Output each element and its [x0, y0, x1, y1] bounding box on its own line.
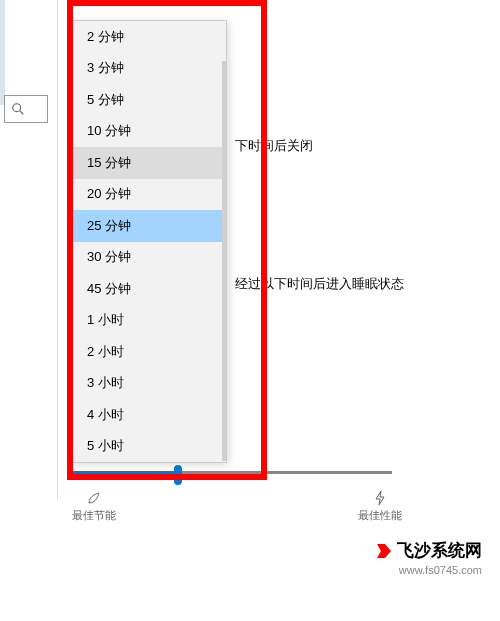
dropdown-item-label: 4 小时	[87, 406, 124, 424]
svg-point-0	[13, 104, 21, 112]
watermark-logo-icon	[375, 542, 393, 560]
dropdown-item-label: 20 分钟	[87, 185, 131, 203]
scrollbar[interactable]	[222, 61, 226, 461]
dropdown-item-label: 30 分钟	[87, 248, 131, 266]
dropdown-item[interactable]: 5 分钟	[73, 84, 226, 116]
dropdown-item-label: 10 分钟	[87, 122, 131, 140]
slider-label-left: 最佳节能	[72, 490, 116, 523]
dropdown-item[interactable]: 5 小时	[73, 431, 226, 463]
slider-left-text: 最佳节能	[72, 508, 116, 523]
dropdown-item-label: 5 小时	[87, 437, 124, 455]
dropdown-item[interactable]: 25 分钟	[73, 210, 226, 242]
dropdown-item-label: 2 小时	[87, 343, 124, 361]
divider	[57, 0, 58, 500]
dropdown-item[interactable]: 2 分钟	[73, 21, 226, 53]
search-icon	[11, 102, 25, 116]
watermark-row: 飞沙系统网	[375, 539, 482, 562]
lightning-icon	[372, 490, 388, 506]
dropdown-item-label: 15 分钟	[87, 154, 131, 172]
sleep-label: 经过以下时间后进入睡眠状态	[235, 275, 404, 293]
dropdown-item[interactable]: 15 分钟	[73, 147, 226, 179]
dropdown-item[interactable]: 10 分钟	[73, 116, 226, 148]
screen-off-label: 下时间后关闭	[235, 137, 313, 155]
slider-labels: 最佳节能 最佳性能	[72, 490, 402, 523]
search-box[interactable]	[4, 95, 48, 123]
dropdown-item[interactable]: 3 小时	[73, 368, 226, 400]
watermark-text: 飞沙系统网	[397, 539, 482, 562]
dropdown-item-label: 1 小时	[87, 311, 124, 329]
dropdown-item-label: 2 分钟	[87, 28, 124, 46]
dropdown-item[interactable]: 30 分钟	[73, 242, 226, 274]
slider-thumb[interactable]	[174, 465, 182, 485]
dropdown-item[interactable]: 4 小时	[73, 399, 226, 431]
dropdown-item-label: 45 分钟	[87, 280, 131, 298]
dropdown-item-label: 5 分钟	[87, 91, 124, 109]
dropdown-item[interactable]: 1 小时	[73, 305, 226, 337]
watermark-url: www.fs0745.com	[399, 564, 482, 576]
power-slider[interactable]	[72, 463, 392, 493]
dropdown-item-label: 3 分钟	[87, 59, 124, 77]
dropdown-item-label: 25 分钟	[87, 217, 131, 235]
leaf-icon	[86, 490, 102, 506]
dropdown-item[interactable]: 3 分钟	[73, 53, 226, 85]
slider-right-text: 最佳性能	[358, 508, 402, 523]
dropdown-item[interactable]: 20 分钟	[73, 179, 226, 211]
dropdown-item[interactable]: 2 小时	[73, 336, 226, 368]
time-dropdown[interactable]: 2 分钟 3 分钟 5 分钟 10 分钟 15 分钟 20 分钟 25 分钟 3…	[72, 20, 227, 463]
svg-line-1	[20, 111, 24, 115]
dropdown-item[interactable]: 45 分钟	[73, 273, 226, 305]
dropdown-item-label: 3 小时	[87, 374, 124, 392]
slider-label-right: 最佳性能	[358, 490, 402, 523]
left-accent-bar	[0, 0, 5, 105]
watermark: 飞沙系统网 www.fs0745.com	[375, 539, 482, 576]
slider-fill	[72, 471, 178, 474]
